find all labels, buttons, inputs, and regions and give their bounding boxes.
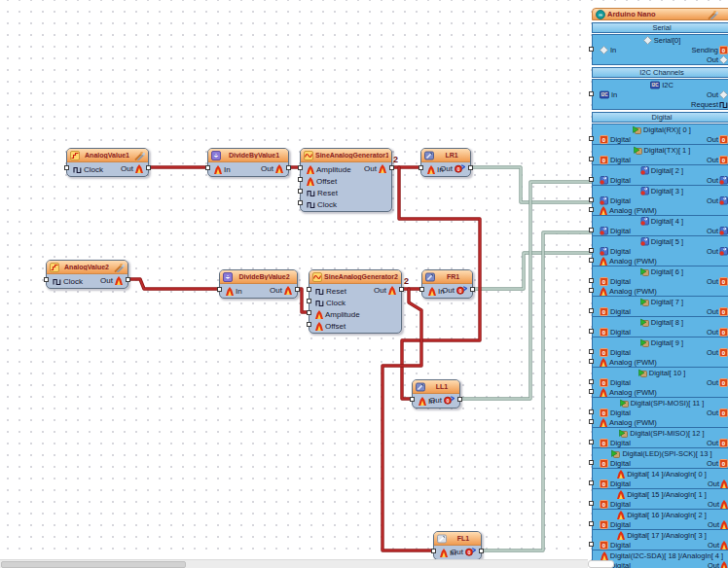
input-pin[interactable] <box>410 397 415 402</box>
arduino-input-pin[interactable] <box>589 91 594 96</box>
arduino-nano-component[interactable]: ∞ Arduino Nano SerialSerial[0]InSending0… <box>592 8 728 568</box>
arduino-pin-row[interactable]: 0DigitalOut0 <box>593 347 728 357</box>
input-pin[interactable] <box>298 177 303 182</box>
arduino-pin-row[interactable]: 0DigitalOut <box>593 540 728 550</box>
arduino-channel[interactable]: Digital[ 5 ]DigitalOutAnalog (PWM) <box>593 235 728 266</box>
input-pin[interactable] <box>307 299 311 303</box>
block-header[interactable]: LR1 <box>421 149 470 162</box>
output-pin[interactable] <box>479 549 484 553</box>
block-SineAnalogGenerator2[interactable]: SineAnalogGenerator2ResetClockAmplitudeO… <box>309 269 402 334</box>
arduino-channel[interactable]: Digital[ 4 ]DigitalOut <box>593 215 728 235</box>
output-pin[interactable] <box>399 287 404 292</box>
arduino-input-pin[interactable] <box>589 288 594 293</box>
arduino-channel[interactable]: Digital[ 16 ]/AnalogIn[ 2 ]0DigitalOut <box>593 509 728 529</box>
arduino-pin-row[interactable]: 0DigitalOut <box>593 519 728 529</box>
arduino-header[interactable]: ∞ Arduino Nano <box>592 8 728 20</box>
input-pin[interactable] <box>298 165 303 170</box>
block-LR1[interactable]: LR1InOut0 <box>420 148 471 177</box>
arduino-channel[interactable]: Digital[ 14 ]/AnalogIn[ 0 ]0DigitalOut <box>593 468 728 488</box>
arduino-channel[interactable]: Digital[ 8 ]0DigitalOut0 <box>593 316 728 337</box>
wire[interactable] <box>482 232 592 550</box>
input-pin[interactable] <box>419 287 424 292</box>
arduino-pin-row[interactable]: Analog (PWM) <box>593 417 728 427</box>
arduino-pin-row[interactable]: InSending0 <box>593 45 728 54</box>
arduino-pin-row[interactable]: 0DigitalOut0 <box>593 327 728 337</box>
arduino-input-pin[interactable] <box>589 480 594 485</box>
arduino-input-pin[interactable] <box>589 460 594 465</box>
block-header[interactable]: SineAnalogGenerator1 <box>301 149 391 162</box>
arduino-input-pin[interactable] <box>589 248 594 253</box>
arduino-channel[interactable]: Digital[ 10 ]0DigitalOut0Analog (PWM) <box>593 367 728 397</box>
arduino-pin-row[interactable]: 0DigitalOut0 <box>593 377 728 387</box>
arduino-pin-row[interactable]: 0DigitalOut0 <box>593 134 728 144</box>
arduino-pin-row[interactable]: 0DigitalOut <box>593 499 728 509</box>
input-pin[interactable] <box>307 322 311 327</box>
arduino-pin-row[interactable]: Analog (PWM) <box>593 286 728 296</box>
output-pin[interactable] <box>468 165 473 170</box>
arduino-input-pin[interactable] <box>589 419 594 424</box>
arduino-input-pin[interactable] <box>589 359 594 364</box>
block-header[interactable]: ÷DivideByValue1 <box>208 149 288 162</box>
block-LL1[interactable]: LL1InOut0 <box>412 379 460 408</box>
arduino-pin-row[interactable]: Out <box>593 54 728 64</box>
arduino-input-pin[interactable] <box>589 501 594 506</box>
arduino-channel[interactable]: Digital(SPI-MISO)[ 12 ]0DigitalOut0 <box>593 427 728 447</box>
output-pin[interactable] <box>286 165 291 170</box>
arduino-channel[interactable]: Digital[ 7 ]0DigitalOut0 <box>593 296 728 316</box>
block-SineAnalogGenerator1[interactable]: SineAnalogGenerator1AmplitudeOffsetReset… <box>300 148 392 212</box>
arduino-input-pin[interactable] <box>589 207 594 212</box>
arduino-pin-row[interactable]: 0DigitalOut0 <box>593 408 728 417</box>
wire[interactable] <box>473 253 592 289</box>
output-pin[interactable] <box>457 397 462 402</box>
arduino-input-pin[interactable] <box>589 308 594 313</box>
arduino-input-pin[interactable] <box>589 177 594 182</box>
horizontal-scrollbar[interactable] <box>0 559 588 568</box>
arduino-channel[interactable]: Digital[ 2 ]DigitalOut <box>593 164 728 185</box>
block-header[interactable]: LL1 <box>413 380 459 394</box>
block-header[interactable]: ÷DivideByValue2 <box>220 270 297 284</box>
arduino-pin-row[interactable]: DigitalOut <box>593 246 728 256</box>
block-AnalogValue1[interactable]: AnalogValue1ClockOut <box>66 148 149 177</box>
arduino-pin-row[interactable]: Analog (PWM) <box>593 205 728 215</box>
arduino-channel[interactable]: I2CI2CI2CInOutRequest <box>593 80 728 109</box>
arduino-pin-row[interactable]: DigitalOut <box>593 195 728 205</box>
arduino-input-pin[interactable] <box>589 542 594 547</box>
input-pin[interactable] <box>307 287 311 292</box>
output-pin[interactable] <box>126 277 130 282</box>
arduino-pin-row[interactable]: Request <box>593 99 728 109</box>
input-pin[interactable] <box>217 287 222 292</box>
arduino-input-pin[interactable] <box>589 440 594 444</box>
arduino-input-pin[interactable] <box>589 157 594 161</box>
block-DivideByValue1[interactable]: ÷DivideByValue1InOut <box>207 148 289 177</box>
arduino-channel[interactable]: Digital(SPI-MOSI)[ 11 ]0DigitalOut0Analo… <box>593 397 728 427</box>
arduino-input-pin[interactable] <box>589 389 594 394</box>
wrench-icon[interactable] <box>708 10 718 19</box>
wire[interactable] <box>473 253 592 289</box>
block-header[interactable]: FR1 <box>422 270 472 284</box>
arduino-channel[interactable]: Digital(RX)[ 0 ]0DigitalOut0 <box>593 124 728 144</box>
arduino-input-pin[interactable] <box>589 258 594 263</box>
input-pin[interactable] <box>431 549 436 553</box>
arduino-input-pin[interactable] <box>589 409 594 414</box>
arduino-pin-row[interactable]: 0DigitalOut0 <box>593 438 728 447</box>
block-FL1[interactable]: FL1InOut0 <box>433 531 482 560</box>
block-DivideByValue2[interactable]: ÷DivideByValue2InOut <box>219 269 298 299</box>
input-pin[interactable] <box>298 189 303 194</box>
block-header[interactable]: AnalogValue1 <box>67 149 148 162</box>
block-header[interactable]: FL1 <box>434 532 481 546</box>
output-pin[interactable] <box>470 287 475 292</box>
arduino-pin-row[interactable]: 0DigitalOut0 <box>593 155 728 164</box>
arduino-channel[interactable]: Digital(LED)(SPI-SCK)[ 13 ]0DigitalOut0 <box>593 447 728 468</box>
block-header[interactable]: AnalogValue2 <box>47 261 127 274</box>
arduino-channel[interactable]: Digital[ 3 ]DigitalOutAnalog (PWM) <box>593 185 728 215</box>
input-pin[interactable] <box>44 277 49 282</box>
arduino-input-pin[interactable] <box>589 278 594 283</box>
input-pin[interactable] <box>307 310 311 315</box>
arduino-input-pin[interactable] <box>589 228 594 232</box>
output-pin[interactable] <box>146 165 151 170</box>
arduino-pin-row[interactable]: Analog (PWM) <box>593 357 728 367</box>
arduino-channel[interactable]: Digital[ 9 ]0DigitalOut0Analog (PWM) <box>593 337 728 367</box>
arduino-pin-row[interactable]: DigitalOut <box>593 226 728 235</box>
arduino-input-pin[interactable] <box>589 197 594 202</box>
arduino-input-pin[interactable] <box>589 329 594 334</box>
